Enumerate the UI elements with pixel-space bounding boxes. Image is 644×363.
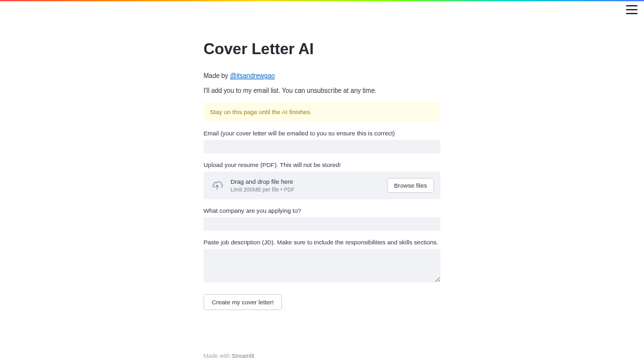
warning-text: Stay on this page until the AI finishes. — [210, 108, 434, 115]
author-prefix: Made by — [204, 72, 230, 79]
upload-label: Upload your resume (PDF). This will not … — [204, 161, 440, 168]
company-input[interactable] — [204, 217, 440, 231]
menu-icon — [626, 13, 638, 14]
footer: Made with Streamlit — [204, 353, 254, 359]
email-input[interactable] — [204, 140, 440, 153]
upload-limit-text: Limit 200MB per file • PDF — [231, 186, 387, 193]
jd-label: Paste job description (JD). Make sure to… — [204, 239, 440, 246]
company-label: What company are you applying to? — [204, 207, 440, 214]
browse-files-button[interactable]: Browse files — [387, 178, 434, 193]
footer-prefix: Made with — [204, 353, 232, 359]
email-list-notice: I'll add you to my email list. You can u… — [204, 87, 440, 94]
cloud-upload-icon — [210, 180, 224, 191]
upload-text-group: Drag and drop file here Limit 200MB per … — [231, 178, 387, 193]
footer-brand: Streamlit — [232, 353, 255, 359]
author-line: Made by @itsandrewgao — [204, 72, 440, 79]
hamburger-menu-button[interactable] — [626, 5, 638, 14]
warning-banner: Stay on this page until the AI finishes. — [204, 102, 440, 122]
menu-icon — [626, 9, 638, 10]
author-link[interactable]: @itsandrewgao — [230, 72, 275, 79]
create-cover-letter-button[interactable]: Create my cover letter! — [204, 294, 282, 310]
page-title: Cover Letter AI — [204, 40, 440, 58]
menu-icon — [626, 5, 638, 6]
file-upload-dropzone[interactable]: Drag and drop file here Limit 200MB per … — [204, 172, 440, 199]
email-label: Email (your cover letter will be emailed… — [204, 130, 440, 137]
upload-drop-text: Drag and drop file here — [231, 178, 387, 185]
app-header-gradient — [0, 0, 644, 1]
jd-textarea[interactable] — [204, 249, 440, 282]
main-content: Cover Letter AI Made by @itsandrewgao I'… — [204, 0, 440, 310]
